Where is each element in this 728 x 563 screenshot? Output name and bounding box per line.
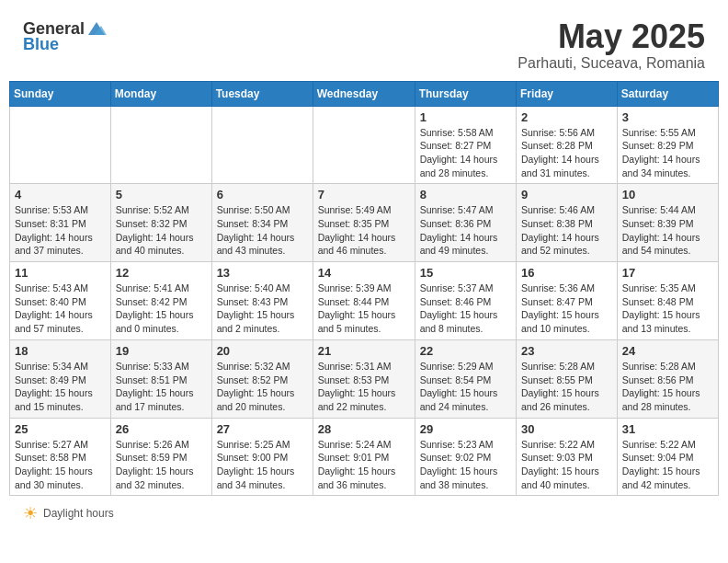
day-number: 1 [420,110,511,124]
day-number: 14 [318,266,410,280]
day-info: Sunrise: 5:58 AM Sunset: 8:27 PM Dayligh… [420,126,511,180]
day-number: 3 [622,110,713,124]
calendar-cell: 11Sunrise: 5:43 AM Sunset: 8:40 PM Dayli… [10,262,111,340]
day-info: Sunrise: 5:34 AM Sunset: 8:49 PM Dayligh… [15,360,106,414]
calendar-cell [10,106,111,184]
calendar-cell: 2Sunrise: 5:56 AM Sunset: 8:28 PM Daylig… [517,106,618,184]
calendar-cell: 30Sunrise: 5:22 AM Sunset: 9:03 PM Dayli… [517,418,618,496]
day-info: Sunrise: 5:36 AM Sunset: 8:47 PM Dayligh… [521,282,612,336]
day-info: Sunrise: 5:29 AM Sunset: 8:54 PM Dayligh… [420,360,511,414]
calendar-cell: 21Sunrise: 5:31 AM Sunset: 8:53 PM Dayli… [313,339,415,418]
calendar-cell: 6Sunrise: 5:50 AM Sunset: 8:34 PM Daylig… [211,184,313,262]
title-area: May 2025 Parhauti, Suceava, Romania [518,18,705,72]
calendar-cell: 26Sunrise: 5:26 AM Sunset: 8:59 PM Dayli… [110,418,211,496]
footer: ☀ Daylight hours [9,496,719,531]
day-info: Sunrise: 5:23 AM Sunset: 9:02 PM Dayligh… [420,438,511,492]
header-thursday: Thursday [415,81,516,106]
day-number: 5 [116,188,207,201]
day-info: Sunrise: 5:46 AM Sunset: 8:38 PM Dayligh… [521,203,612,258]
day-number: 17 [622,266,713,280]
day-number: 18 [15,344,106,358]
calendar-cell: 17Sunrise: 5:35 AM Sunset: 8:48 PM Dayli… [617,262,718,340]
day-info: Sunrise: 5:31 AM Sunset: 8:53 PM Dayligh… [318,360,410,414]
day-number: 24 [622,344,713,358]
day-number: 30 [521,422,612,436]
day-info: Sunrise: 5:32 AM Sunset: 8:52 PM Dayligh… [217,360,308,414]
calendar-cell: 4Sunrise: 5:53 AM Sunset: 8:31 PM Daylig… [10,184,111,262]
day-info: Sunrise: 5:49 AM Sunset: 8:35 PM Dayligh… [318,203,410,258]
day-info: Sunrise: 5:56 AM Sunset: 8:28 PM Dayligh… [521,126,612,180]
day-number: 16 [521,266,612,280]
logo-icon [86,18,107,39]
day-info: Sunrise: 5:47 AM Sunset: 8:36 PM Dayligh… [420,203,511,258]
day-number: 4 [15,188,106,201]
calendar-cell: 7Sunrise: 5:49 AM Sunset: 8:35 PM Daylig… [313,184,415,262]
day-info: Sunrise: 5:35 AM Sunset: 8:48 PM Dayligh… [622,282,713,336]
day-info: Sunrise: 5:53 AM Sunset: 8:31 PM Dayligh… [15,203,106,258]
calendar-table: SundayMondayTuesdayWednesdayThursdayFrid… [9,81,719,497]
week-row-1: 4Sunrise: 5:53 AM Sunset: 8:31 PM Daylig… [10,184,719,262]
header-friday: Friday [517,81,618,106]
day-number: 23 [521,344,612,358]
day-number: 26 [116,422,207,436]
header: General Blue May 2025 Parhauti, Suceava,… [9,9,719,76]
calendar-cell [110,106,211,184]
day-info: Sunrise: 5:22 AM Sunset: 9:03 PM Dayligh… [521,438,612,492]
day-number: 22 [420,344,511,358]
day-number: 2 [521,110,612,124]
calendar-cell: 1Sunrise: 5:58 AM Sunset: 8:27 PM Daylig… [415,106,516,184]
day-number: 10 [622,188,713,201]
day-info: Sunrise: 5:33 AM Sunset: 8:51 PM Dayligh… [116,360,207,414]
calendar-cell: 12Sunrise: 5:41 AM Sunset: 8:42 PM Dayli… [110,262,211,340]
day-number: 31 [622,422,713,436]
day-number: 13 [217,266,308,280]
week-row-0: 1Sunrise: 5:58 AM Sunset: 8:27 PM Daylig… [10,106,719,184]
calendar-cell: 10Sunrise: 5:44 AM Sunset: 8:39 PM Dayli… [617,184,718,262]
day-number: 29 [420,422,511,436]
calendar-cell: 8Sunrise: 5:47 AM Sunset: 8:36 PM Daylig… [415,184,516,262]
week-row-2: 11Sunrise: 5:43 AM Sunset: 8:40 PM Dayli… [10,262,719,340]
day-number: 11 [15,266,106,280]
day-info: Sunrise: 5:25 AM Sunset: 9:00 PM Dayligh… [217,438,308,492]
day-info: Sunrise: 5:22 AM Sunset: 9:04 PM Dayligh… [622,438,713,492]
calendar-cell: 29Sunrise: 5:23 AM Sunset: 9:02 PM Dayli… [415,418,516,496]
day-number: 20 [217,344,308,358]
day-info: Sunrise: 5:52 AM Sunset: 8:32 PM Dayligh… [116,203,207,258]
day-number: 15 [420,266,511,280]
day-info: Sunrise: 5:26 AM Sunset: 8:59 PM Dayligh… [116,438,207,492]
calendar-cell: 22Sunrise: 5:29 AM Sunset: 8:54 PM Dayli… [415,339,516,418]
calendar-cell: 18Sunrise: 5:34 AM Sunset: 8:49 PM Dayli… [10,339,111,418]
day-info: Sunrise: 5:40 AM Sunset: 8:43 PM Dayligh… [217,282,308,336]
day-info: Sunrise: 5:37 AM Sunset: 8:46 PM Dayligh… [420,282,511,336]
calendar-cell: 20Sunrise: 5:32 AM Sunset: 8:52 PM Dayli… [211,339,313,418]
calendar-cell: 24Sunrise: 5:28 AM Sunset: 8:56 PM Dayli… [617,339,718,418]
day-number: 19 [116,344,207,358]
day-info: Sunrise: 5:28 AM Sunset: 8:56 PM Dayligh… [622,360,713,414]
location-title: Parhauti, Suceava, Romania [518,55,705,72]
day-number: 28 [318,422,410,436]
calendar-cell: 15Sunrise: 5:37 AM Sunset: 8:46 PM Dayli… [415,262,516,340]
day-number: 8 [420,188,511,201]
calendar-cell: 28Sunrise: 5:24 AM Sunset: 9:01 PM Dayli… [313,418,415,496]
header-saturday: Saturday [617,81,718,106]
day-info: Sunrise: 5:50 AM Sunset: 8:34 PM Dayligh… [217,203,308,258]
day-number: 12 [116,266,207,280]
week-row-3: 18Sunrise: 5:34 AM Sunset: 8:49 PM Dayli… [10,339,719,418]
calendar-cell: 25Sunrise: 5:27 AM Sunset: 8:58 PM Dayli… [10,418,111,496]
day-number: 9 [521,188,612,201]
header-wednesday: Wednesday [313,81,415,106]
calendar-cell [211,106,313,184]
calendar-cell: 16Sunrise: 5:36 AM Sunset: 8:47 PM Dayli… [517,262,618,340]
day-info: Sunrise: 5:24 AM Sunset: 9:01 PM Dayligh… [318,438,410,492]
calendar-cell: 5Sunrise: 5:52 AM Sunset: 8:32 PM Daylig… [110,184,211,262]
day-number: 27 [217,422,308,436]
day-number: 21 [318,344,410,358]
calendar-cell: 27Sunrise: 5:25 AM Sunset: 9:00 PM Dayli… [211,418,313,496]
daylight-label: Daylight hours [43,507,114,520]
calendar-cell [313,106,415,184]
header-sunday: Sunday [10,81,111,106]
header-tuesday: Tuesday [211,81,313,106]
logo: General Blue [23,18,107,54]
calendar-cell: 31Sunrise: 5:22 AM Sunset: 9:04 PM Dayli… [617,418,718,496]
day-info: Sunrise: 5:28 AM Sunset: 8:55 PM Dayligh… [521,360,612,414]
